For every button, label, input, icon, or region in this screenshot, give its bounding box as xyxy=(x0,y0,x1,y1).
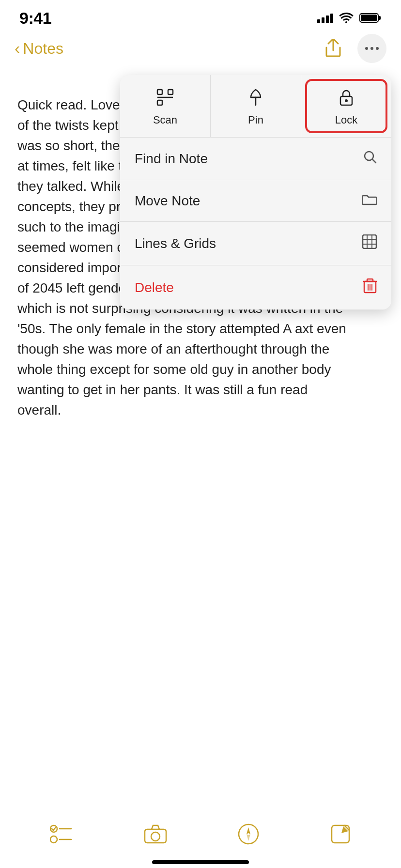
pin-button[interactable]: Pin xyxy=(211,75,301,137)
find-in-note-label: Find in Note xyxy=(135,151,208,167)
svg-point-5 xyxy=(376,47,379,50)
lock-icon xyxy=(339,89,354,110)
scan-button[interactable]: Scan xyxy=(120,75,211,137)
scan-label: Scan xyxy=(153,114,177,126)
status-bar: 9:41 xyxy=(0,0,401,29)
svg-rect-6 xyxy=(157,90,162,94)
lock-label: Lock xyxy=(335,114,357,126)
folder-icon xyxy=(362,193,377,209)
svg-rect-2 xyxy=(361,15,377,21)
signal-icon xyxy=(317,13,333,23)
dropdown-overlay: Scan Pin xyxy=(0,75,401,868)
nav-actions xyxy=(319,34,386,63)
find-in-note-button[interactable]: Find in Note xyxy=(120,138,391,180)
delete-button[interactable]: Delete xyxy=(120,265,391,310)
more-icon xyxy=(365,46,379,50)
svg-line-15 xyxy=(372,159,376,163)
lines-grids-button[interactable]: Lines & Grids xyxy=(120,222,391,265)
wifi-icon xyxy=(339,13,354,23)
pin-label: Pin xyxy=(248,114,263,126)
back-label: Notes xyxy=(23,40,63,58)
lines-grids-label: Lines & Grids xyxy=(135,236,216,251)
svg-rect-1 xyxy=(378,16,381,20)
menu-top-row: Scan Pin xyxy=(120,75,391,138)
search-icon xyxy=(363,150,377,167)
share-icon xyxy=(324,39,342,58)
svg-point-3 xyxy=(365,47,368,50)
back-button[interactable]: ‹ Notes xyxy=(15,40,63,58)
svg-rect-16 xyxy=(363,235,376,248)
move-note-label: Move Note xyxy=(135,193,200,209)
lock-button[interactable]: Lock xyxy=(301,75,391,137)
chevron-left-icon: ‹ xyxy=(15,39,20,58)
svg-point-13 xyxy=(345,99,348,102)
trash-icon xyxy=(363,278,377,297)
move-note-button[interactable]: Move Note xyxy=(120,180,391,222)
pin-icon xyxy=(248,89,263,110)
grid-icon xyxy=(362,234,377,252)
svg-rect-7 xyxy=(168,90,173,94)
svg-point-4 xyxy=(370,47,373,50)
nav-bar: ‹ Notes xyxy=(0,29,401,68)
svg-rect-8 xyxy=(157,100,162,105)
more-button[interactable] xyxy=(357,34,386,63)
share-button[interactable] xyxy=(319,34,348,63)
status-time: 9:41 xyxy=(19,9,51,28)
status-icons xyxy=(317,13,382,23)
scan-icon xyxy=(156,89,174,110)
delete-label: Delete xyxy=(135,280,174,295)
battery-icon xyxy=(359,13,382,23)
dropdown-menu: Scan Pin xyxy=(120,75,391,310)
